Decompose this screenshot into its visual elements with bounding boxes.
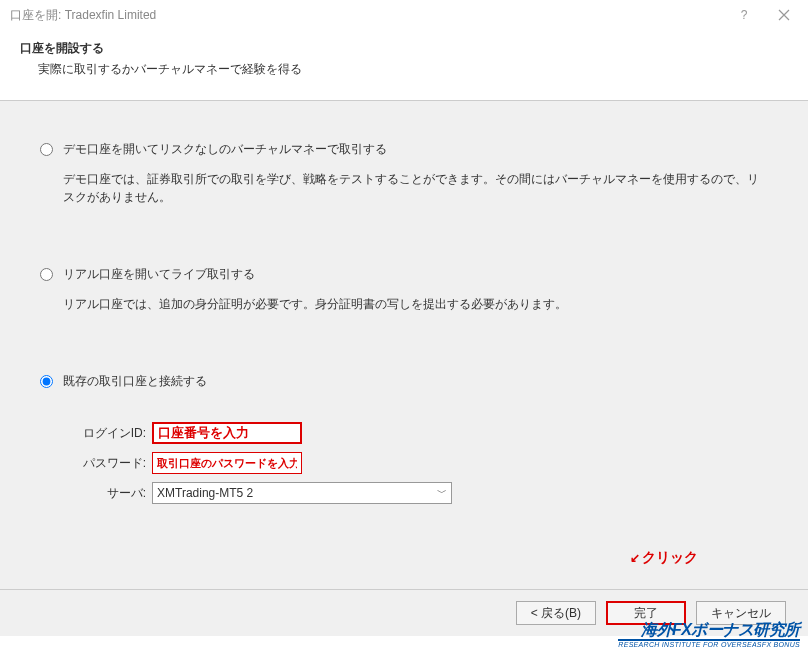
existing-account-form: ログインID: パスワード: サーバ: XMTrading-MT5 2 ﹀	[40, 422, 768, 504]
annotation-click: ↙クリック	[630, 549, 698, 567]
arrow-down-icon: ↙	[630, 551, 640, 565]
help-icon[interactable]: ?	[724, 0, 764, 30]
window-titlebar: 口座を開: Tradexfin Limited ?	[0, 0, 808, 30]
watermark-main: 海外FXボーナス研究所	[618, 621, 800, 642]
watermark-sub: RESEARCH INSTITUTE FOR OVERSEASFX BONUS	[618, 641, 800, 649]
option-demo-title: デモ口座を開いてリスクなしのバーチャルマネーで取引する	[63, 141, 768, 158]
window-title: 口座を開: Tradexfin Limited	[10, 7, 724, 24]
radio-real-account[interactable]	[40, 268, 53, 281]
server-selected-value: XMTrading-MT5 2	[157, 486, 253, 500]
option-demo-desc: デモ口座では、証券取引所での取引を学び、戦略をテストすることができます。その間に…	[63, 170, 768, 206]
option-real: リアル口座を開いてライブ取引する リアル口座では、追加の身分証明が必要です。身分…	[40, 266, 768, 313]
password-input[interactable]	[152, 452, 302, 474]
watermark: 海外FXボーナス研究所 RESEARCH INSTITUTE FOR OVERS…	[618, 621, 800, 649]
chevron-down-icon: ﹀	[437, 486, 447, 500]
login-id-label: ログインID:	[64, 425, 152, 442]
login-id-input[interactable]	[152, 422, 302, 444]
header-title: 口座を開設する	[20, 40, 788, 57]
option-real-title: リアル口座を開いてライブ取引する	[63, 266, 768, 283]
option-existing: 既存の取引口座と接続する ログインID: パスワード: サーバ: XMTradi…	[40, 373, 768, 504]
option-real-desc: リアル口座では、追加の身分証明が必要です。身分証明書の写しを提出する必要がありま…	[63, 295, 768, 313]
option-demo: デモ口座を開いてリスクなしのバーチャルマネーで取引する デモ口座では、証券取引所…	[40, 141, 768, 206]
password-label: パスワード:	[64, 455, 152, 472]
dialog-body: デモ口座を開いてリスクなしのバーチャルマネーで取引する デモ口座では、証券取引所…	[0, 101, 808, 590]
back-button[interactable]: < 戻る(B)	[516, 601, 596, 625]
option-existing-title: 既存の取引口座と接続する	[63, 373, 768, 390]
header-subtitle: 実際に取引するかバーチャルマネーで経験を得る	[20, 61, 788, 78]
server-select[interactable]: XMTrading-MT5 2 ﹀	[152, 482, 452, 504]
dialog-header: 口座を開設する 実際に取引するかバーチャルマネーで経験を得る	[0, 30, 808, 101]
radio-demo-account[interactable]	[40, 143, 53, 156]
radio-existing-account[interactable]	[40, 375, 53, 388]
close-icon[interactable]	[764, 0, 804, 30]
server-label: サーバ:	[64, 485, 152, 502]
